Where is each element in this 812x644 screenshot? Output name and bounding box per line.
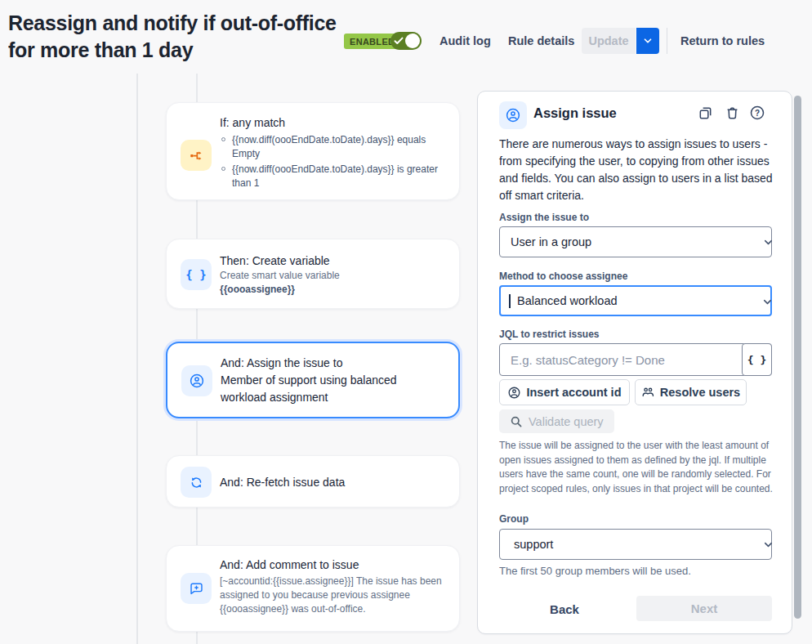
step-smart-value: {{oooassignee}}	[220, 283, 444, 297]
resolve-users-button[interactable]: Resolve users	[635, 379, 747, 405]
canvas-guide-line	[136, 74, 138, 644]
assign-to-label: Assign the issue to	[499, 212, 589, 223]
step-heading: If: any match	[220, 114, 444, 131]
group-label: Group	[499, 513, 529, 525]
smart-value-braces-button[interactable]: { }	[742, 343, 772, 376]
method-label: Method to choose assignee	[499, 271, 627, 282]
branch-condition-icon	[181, 140, 212, 171]
search-icon	[510, 415, 523, 428]
step-heading: And: Re-fetch issue data	[220, 474, 444, 490]
step-heading: And: Assign the issue to	[221, 355, 444, 372]
rule-step-add-comment[interactable]: And: Add comment to issue [~accountid:{{…	[166, 545, 460, 632]
step-heading: Then: Create variable	[220, 253, 444, 269]
jql-label: JQL to restrict issues	[499, 329, 600, 340]
rule-enabled-toggle[interactable]	[390, 32, 422, 50]
validate-query-button-disabled[interactable]: Validate query	[499, 409, 614, 433]
button-label: Validate query	[529, 415, 604, 428]
comment-plus-icon	[181, 573, 212, 604]
user-circle-icon	[499, 101, 527, 129]
group-value: support	[514, 538, 553, 551]
rule-step-condition[interactable]: If: any match {{now.diff(oooEndDate.toDa…	[166, 102, 460, 200]
condition-item: {{now.diff(oooEndDate.toDate).days}} is …	[220, 163, 444, 190]
page-title: Reassign and notify if out-of-office for…	[8, 10, 355, 64]
group-select[interactable]: support	[499, 529, 772, 560]
method-select-focused[interactable]: Balanced workload	[499, 285, 772, 316]
jql-help-text: The issue will be assigned to the user w…	[499, 439, 777, 496]
automation-rule-editor: Reassign and notify if out-of-office for…	[0, 0, 812, 644]
assign-issue-config-panel: Assign issue ? There are numerous ways t…	[477, 91, 792, 634]
rule-step-create-variable[interactable]: { } Then: Create variable Create smart v…	[166, 239, 460, 309]
group-hint-text: The first 50 group members will be used.	[499, 565, 691, 577]
panel-description: There are numerous ways to assign issues…	[499, 136, 775, 204]
help-icon[interactable]: ?	[747, 103, 767, 123]
step-body: Member of support using balanced workloa…	[221, 372, 443, 406]
chevron-down-icon	[642, 35, 654, 47]
assign-to-select[interactable]: User in a group	[499, 226, 772, 257]
bullet-icon	[221, 167, 225, 171]
check-icon	[394, 36, 404, 46]
assign-to-value: User in a group	[511, 235, 591, 248]
panel-scrollbar[interactable]	[794, 96, 801, 619]
condition-item: {{now.diff(oooEndDate.toDate).days}} equ…	[220, 133, 444, 160]
button-label: Insert account id	[526, 386, 621, 399]
rule-step-refetch[interactable]: And: Re-fetch issue data	[166, 455, 460, 508]
duplicate-action-button[interactable]	[695, 103, 715, 123]
return-to-rules-link[interactable]: Return to rules	[680, 34, 765, 47]
jql-input[interactable]	[499, 343, 772, 376]
people-icon	[641, 386, 655, 400]
toggle-knob	[405, 34, 420, 48]
panel-title: Assign issue	[533, 105, 617, 121]
user-circle-icon	[181, 365, 212, 396]
condition-text: {{now.diff(oooEndDate.toDate).days}} equ…	[232, 133, 444, 160]
user-circle-icon	[507, 386, 521, 400]
delete-action-button[interactable]	[722, 103, 742, 123]
rule-details-button[interactable]: Rule details	[508, 34, 574, 47]
step-subtext: Create smart value variable	[220, 269, 444, 283]
jql-field: { }	[499, 343, 772, 376]
bullet-icon	[221, 137, 225, 141]
condition-text: {{now.diff(oooEndDate.toDate).days}} is …	[232, 163, 444, 190]
rule-step-assign-issue-selected[interactable]: And: Assign the issue to Member of suppo…	[166, 342, 460, 418]
button-label: Resolve users	[660, 386, 740, 399]
insert-account-id-button[interactable]: Insert account id	[499, 379, 630, 405]
step-heading: And: Add comment to issue	[220, 557, 444, 573]
back-button[interactable]: Back	[499, 597, 630, 621]
audit-log-button[interactable]: Audit log	[439, 34, 491, 47]
update-button[interactable]: Update	[582, 28, 636, 54]
header-divider	[667, 28, 667, 54]
update-dropdown-button[interactable]	[636, 28, 659, 54]
next-button-disabled[interactable]: Next	[636, 596, 772, 621]
method-value: Balanced workload	[517, 294, 618, 307]
refresh-icon	[181, 467, 212, 498]
step-body: [~accountid:{{issue.assignee}}] The issu…	[220, 575, 445, 616]
svg-text:?: ?	[755, 109, 760, 118]
braces-icon: { }	[181, 259, 212, 290]
text-caret	[509, 294, 511, 308]
